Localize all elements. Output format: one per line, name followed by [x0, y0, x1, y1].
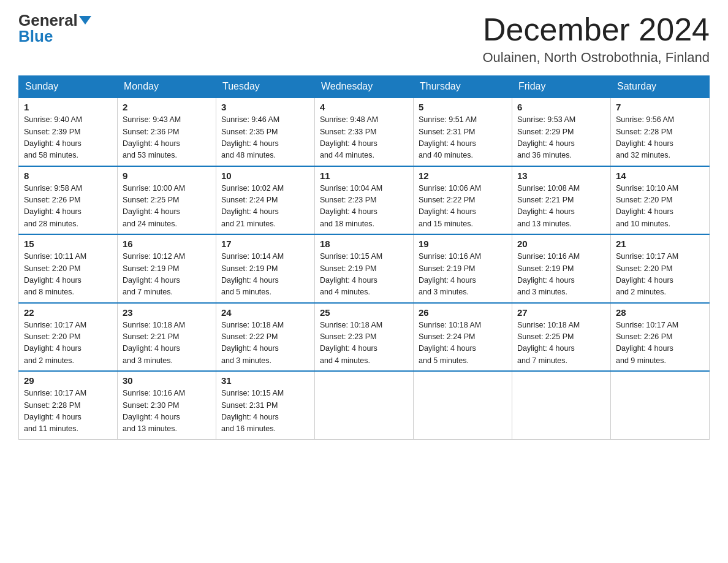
weekday-header-row: SundayMondayTuesdayWednesdayThursdayFrid… — [19, 76, 710, 98]
day-number: 23 — [123, 307, 211, 318]
day-cell-16: 16Sunrise: 10:12 AMSunset: 2:19 PMDaylig… — [118, 234, 216, 303]
logo: General Blue — [18, 12, 91, 44]
day-number: 15 — [24, 239, 112, 249]
day-number: 8 — [24, 170, 112, 181]
day-info: Sunrise: 10:18 AMSunset: 2:21 PMDaylight… — [123, 320, 211, 367]
day-cell-12: 12Sunrise: 10:06 AMSunset: 2:22 PMDaylig… — [414, 166, 512, 235]
day-info: Sunrise: 9:53 AMSunset: 2:29 PMDaylight:… — [517, 114, 605, 162]
day-cell-27: 27Sunrise: 10:18 AMSunset: 2:25 PMDaylig… — [512, 303, 611, 372]
day-info: Sunrise: 10:17 AMSunset: 2:26 PMDaylight… — [616, 320, 704, 367]
day-number: 25 — [320, 307, 408, 318]
week-row-2: 8Sunrise: 9:58 AMSunset: 2:26 PMDaylight… — [19, 166, 710, 235]
day-info: Sunrise: 10:15 AMSunset: 2:31 PMDaylight… — [221, 388, 309, 435]
day-info: Sunrise: 10:18 AMSunset: 2:24 PMDaylight… — [419, 320, 507, 367]
day-cell-10: 10Sunrise: 10:02 AMSunset: 2:24 PMDaylig… — [216, 166, 315, 235]
day-info: Sunrise: 10:17 AMSunset: 2:20 PMDaylight… — [616, 251, 704, 299]
day-info: Sunrise: 9:56 AMSunset: 2:28 PMDaylight:… — [616, 114, 704, 162]
day-info: Sunrise: 10:16 AMSunset: 2:30 PMDaylight… — [123, 388, 211, 435]
day-number: 27 — [517, 307, 605, 318]
day-cell-6: 6Sunrise: 9:53 AMSunset: 2:29 PMDaylight… — [512, 98, 611, 166]
day-info: Sunrise: 10:04 AMSunset: 2:23 PMDaylight… — [320, 183, 408, 231]
day-cell-9: 9Sunrise: 10:00 AMSunset: 2:25 PMDayligh… — [118, 166, 216, 235]
day-cell-4: 4Sunrise: 9:48 AMSunset: 2:33 PMDaylight… — [315, 98, 414, 166]
day-number: 2 — [123, 102, 211, 112]
day-cell-19: 19Sunrise: 10:16 AMSunset: 2:19 PMDaylig… — [414, 234, 512, 303]
day-number: 4 — [320, 102, 408, 112]
day-number: 7 — [616, 102, 704, 112]
logo-triangle-icon — [79, 16, 91, 25]
empty-cell — [414, 371, 512, 439]
day-info: Sunrise: 9:40 AMSunset: 2:39 PMDaylight:… — [24, 114, 112, 162]
day-info: Sunrise: 10:02 AMSunset: 2:24 PMDaylight… — [221, 183, 309, 231]
day-info: Sunrise: 9:43 AMSunset: 2:36 PMDaylight:… — [123, 114, 211, 162]
day-cell-29: 29Sunrise: 10:17 AMSunset: 2:28 PMDaylig… — [19, 371, 118, 439]
day-number: 26 — [419, 307, 507, 318]
day-info: Sunrise: 10:18 AMSunset: 2:25 PMDaylight… — [517, 320, 605, 367]
day-cell-1: 1Sunrise: 9:40 AMSunset: 2:39 PMDaylight… — [19, 98, 118, 166]
day-info: Sunrise: 9:48 AMSunset: 2:33 PMDaylight:… — [320, 114, 408, 162]
day-cell-2: 2Sunrise: 9:43 AMSunset: 2:36 PMDaylight… — [118, 98, 216, 166]
day-cell-23: 23Sunrise: 10:18 AMSunset: 2:21 PMDaylig… — [118, 303, 216, 372]
day-info: Sunrise: 9:58 AMSunset: 2:26 PMDaylight:… — [24, 183, 112, 231]
weekday-header-tuesday: Tuesday — [216, 76, 315, 98]
day-number: 10 — [221, 170, 309, 181]
day-cell-8: 8Sunrise: 9:58 AMSunset: 2:26 PMDaylight… — [19, 166, 118, 235]
day-cell-30: 30Sunrise: 10:16 AMSunset: 2:30 PMDaylig… — [118, 371, 216, 439]
day-cell-31: 31Sunrise: 10:15 AMSunset: 2:31 PMDaylig… — [216, 371, 315, 439]
week-row-5: 29Sunrise: 10:17 AMSunset: 2:28 PMDaylig… — [19, 371, 710, 439]
weekday-header-friday: Friday — [512, 76, 611, 98]
day-number: 21 — [616, 239, 704, 249]
day-number: 22 — [24, 307, 112, 318]
day-number: 13 — [517, 170, 605, 181]
day-info: Sunrise: 10:08 AMSunset: 2:21 PMDaylight… — [517, 183, 605, 231]
weekday-header-wednesday: Wednesday — [315, 76, 414, 98]
empty-cell — [611, 371, 710, 439]
day-cell-15: 15Sunrise: 10:11 AMSunset: 2:20 PMDaylig… — [19, 234, 118, 303]
day-cell-20: 20Sunrise: 10:16 AMSunset: 2:19 PMDaylig… — [512, 234, 611, 303]
day-number: 16 — [123, 239, 211, 249]
week-row-3: 15Sunrise: 10:11 AMSunset: 2:20 PMDaylig… — [19, 234, 710, 303]
empty-cell — [315, 371, 414, 439]
location-subtitle: Oulainen, North Ostrobothnia, Finland — [482, 50, 710, 66]
weekday-header-saturday: Saturday — [611, 76, 710, 98]
weekday-header-monday: Monday — [118, 76, 216, 98]
day-cell-13: 13Sunrise: 10:08 AMSunset: 2:21 PMDaylig… — [512, 166, 611, 235]
day-number: 12 — [419, 170, 507, 181]
day-info: Sunrise: 10:14 AMSunset: 2:19 PMDaylight… — [221, 251, 309, 299]
day-info: Sunrise: 9:51 AMSunset: 2:31 PMDaylight:… — [419, 114, 507, 162]
day-number: 19 — [419, 239, 507, 249]
day-cell-28: 28Sunrise: 10:17 AMSunset: 2:26 PMDaylig… — [611, 303, 710, 372]
day-cell-14: 14Sunrise: 10:10 AMSunset: 2:20 PMDaylig… — [611, 166, 710, 235]
day-number: 3 — [221, 102, 309, 112]
day-info: Sunrise: 10:16 AMSunset: 2:19 PMDaylight… — [419, 251, 507, 299]
day-cell-7: 7Sunrise: 9:56 AMSunset: 2:28 PMDaylight… — [611, 98, 710, 166]
day-info: Sunrise: 10:11 AMSunset: 2:20 PMDaylight… — [24, 251, 112, 299]
weekday-header-sunday: Sunday — [19, 76, 118, 98]
day-info: Sunrise: 10:06 AMSunset: 2:22 PMDaylight… — [419, 183, 507, 231]
day-info: Sunrise: 9:46 AMSunset: 2:35 PMDaylight:… — [221, 114, 309, 162]
day-cell-22: 22Sunrise: 10:17 AMSunset: 2:20 PMDaylig… — [19, 303, 118, 372]
week-row-4: 22Sunrise: 10:17 AMSunset: 2:20 PMDaylig… — [19, 303, 710, 372]
day-cell-24: 24Sunrise: 10:18 AMSunset: 2:22 PMDaylig… — [216, 303, 315, 372]
day-cell-11: 11Sunrise: 10:04 AMSunset: 2:23 PMDaylig… — [315, 166, 414, 235]
day-number: 28 — [616, 307, 704, 318]
day-info: Sunrise: 10:18 AMSunset: 2:23 PMDaylight… — [320, 320, 408, 367]
page-header: General Blue December 2024 Oulainen, Nor… — [18, 12, 710, 66]
day-info: Sunrise: 10:00 AMSunset: 2:25 PMDaylight… — [123, 183, 211, 231]
day-info: Sunrise: 10:18 AMSunset: 2:22 PMDaylight… — [221, 320, 309, 367]
day-number: 1 — [24, 102, 112, 112]
day-cell-25: 25Sunrise: 10:18 AMSunset: 2:23 PMDaylig… — [315, 303, 414, 372]
day-number: 9 — [123, 170, 211, 181]
day-cell-5: 5Sunrise: 9:51 AMSunset: 2:31 PMDaylight… — [414, 98, 512, 166]
weekday-header-thursday: Thursday — [414, 76, 512, 98]
day-cell-3: 3Sunrise: 9:46 AMSunset: 2:35 PMDaylight… — [216, 98, 315, 166]
day-number: 5 — [419, 102, 507, 112]
empty-cell — [512, 371, 611, 439]
day-number: 18 — [320, 239, 408, 249]
day-number: 24 — [221, 307, 309, 318]
day-info: Sunrise: 10:12 AMSunset: 2:19 PMDaylight… — [123, 251, 211, 299]
day-number: 31 — [221, 375, 309, 386]
month-title: December 2024 — [482, 12, 710, 47]
day-cell-21: 21Sunrise: 10:17 AMSunset: 2:20 PMDaylig… — [611, 234, 710, 303]
day-info: Sunrise: 10:17 AMSunset: 2:20 PMDaylight… — [24, 320, 112, 367]
